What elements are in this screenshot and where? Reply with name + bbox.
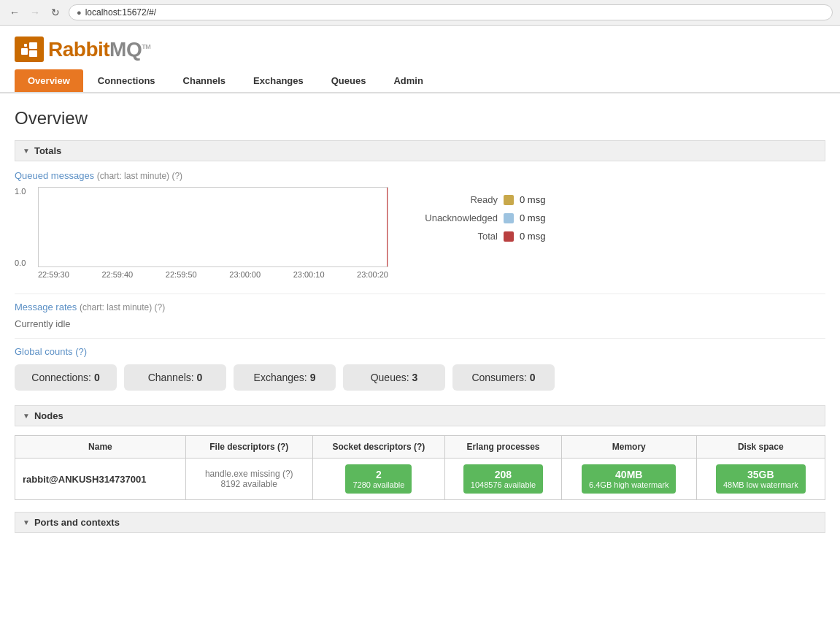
message-rates-suffix: (chart: last minute) (?) <box>80 302 165 312</box>
count-connections-label: Connections: <box>31 372 91 383</box>
legend-ready-color <box>504 195 514 205</box>
message-rates-label[interactable]: Message rates (chart: last minute) (?) <box>15 302 825 312</box>
legend-total-color <box>504 231 514 242</box>
nav-queues[interactable]: Queues <box>318 69 379 92</box>
memory-avail: 6.4GB high watermark <box>589 480 668 489</box>
logo-text: RabbitMQTM <box>48 38 150 61</box>
x-label-0: 22:59:30 <box>38 270 69 279</box>
nav-overview[interactable]: Overview <box>15 69 83 92</box>
ports-chevron-icon: ▼ <box>23 518 30 526</box>
count-channels-label: Channels: <box>148 372 194 383</box>
th-name: Name <box>15 436 186 459</box>
x-label-5: 23:00:20 <box>357 270 388 279</box>
message-rates-text: Message rates <box>15 302 77 312</box>
page-title: Overview <box>15 108 825 128</box>
disk-value: 35GB <box>747 469 774 480</box>
url-text: localhost:15672/#/ <box>85 7 156 18</box>
back-button[interactable]: ← <box>7 5 22 20</box>
queued-messages-suffix: (chart: last minute) (?) <box>97 171 182 181</box>
chart-svg <box>39 188 388 266</box>
rabbitmq-logo-svg <box>21 42 37 57</box>
legend-ready-value: 0 msg <box>520 194 545 205</box>
svg-rect-3 <box>24 44 27 47</box>
count-queues-label: Queues: <box>371 372 409 383</box>
chart-y-bottom: 0.0 <box>15 258 26 267</box>
legend-ready-label: Ready <box>417 194 498 205</box>
chart-wrapper: 1.0 0.0 22:59:30 22:59:40 22:59:50 23:00… <box>15 187 388 279</box>
nodes-table: Name File descriptors (?) Socket descrip… <box>15 435 825 500</box>
divider-2 <box>15 338 825 339</box>
content: Overview ▼ Totals Queued messages (chart… <box>0 93 840 556</box>
nav-admin[interactable]: Admin <box>380 69 436 92</box>
handle-missing-text: handle.exe missing (?) <box>205 469 293 479</box>
th-memory: Memory <box>561 436 696 459</box>
svg-rect-2 <box>29 50 37 57</box>
node-disk: 35GB 48MB low watermark <box>696 459 825 500</box>
address-bar[interactable]: ● localhost:15672/#/ <box>69 4 833 20</box>
legend-unack-color <box>504 213 514 223</box>
erlang-badge: 208 1048576 available <box>463 464 543 494</box>
legend-unacknowledged: Unacknowledged 0 msg <box>417 212 545 223</box>
memory-badge: 40MB 6.4GB high watermark <box>582 464 676 494</box>
disk-badge: 35GB 48MB low watermark <box>716 464 806 494</box>
nodes-table-head: Name File descriptors (?) Socket descrip… <box>15 436 825 459</box>
queued-messages-label[interactable]: Queued messages (chart: last minute) (?) <box>15 170 825 181</box>
legend-total-value: 0 msg <box>520 231 545 242</box>
count-exchanges: Exchanges: 9 <box>234 364 336 391</box>
legend-unack-label: Unacknowledged <box>417 212 498 223</box>
chart-x-labels: 22:59:30 22:59:40 22:59:50 23:00:00 23:0… <box>38 270 388 279</box>
count-consumers: Consumers: 0 <box>452 364 555 391</box>
global-counts-label[interactable]: Global counts (?) <box>15 346 825 357</box>
node-file-desc: handle.exe missing (?) 8192 available <box>185 459 312 500</box>
legend-total: Total 0 msg <box>417 231 545 242</box>
totals-chevron-icon: ▼ <box>23 147 30 155</box>
idle-text: Currently idle <box>15 318 825 329</box>
forward-button[interactable]: → <box>28 5 42 20</box>
count-consumers-value: 0 <box>530 372 536 383</box>
refresh-button[interactable]: ↻ <box>48 5 63 20</box>
totals-section-header[interactable]: ▼ Totals <box>15 140 825 161</box>
nav-connections[interactable]: Connections <box>85 69 169 92</box>
x-label-1: 22:59:40 <box>101 270 133 279</box>
chart-legend: Ready 0 msg Unacknowledged 0 msg Total 0… <box>417 187 545 242</box>
svg-rect-1 <box>29 42 37 49</box>
socket-desc-value: 2 <box>376 469 382 480</box>
x-label-2: 22:59:50 <box>166 270 197 279</box>
count-exchanges-label: Exchanges: <box>254 372 307 383</box>
nodes-section-header[interactable]: ▼ Nodes <box>15 405 825 426</box>
th-file-desc: File descriptors (?) <box>185 436 312 459</box>
logo-rabbit: Rabbit <box>48 38 109 61</box>
x-label-3: 23:00:00 <box>229 270 261 279</box>
legend-ready: Ready 0 msg <box>417 194 545 205</box>
totals-label: Totals <box>34 145 61 156</box>
count-channels-value: 0 <box>197 372 203 383</box>
legend-unack-value: 0 msg <box>520 212 545 223</box>
page: RabbitMQTM Overview Connections Channels… <box>0 26 840 556</box>
svg-rect-0 <box>21 48 28 55</box>
nodes-table-body: rabbit@ANKUSH314737001 handle.exe missin… <box>15 459 825 500</box>
counts-row: Connections: 0 Channels: 0 Exchanges: 9 … <box>15 364 825 391</box>
nodes-header-row: Name File descriptors (?) Socket descrip… <box>15 436 825 459</box>
nav-exchanges[interactable]: Exchanges <box>240 69 317 92</box>
socket-desc-avail: 7280 available <box>352 480 404 489</box>
nav-bar: Overview Connections Channels Exchanges … <box>0 69 840 93</box>
ports-section-header[interactable]: ▼ Ports and contexts <box>15 512 825 533</box>
erlang-avail: 1048576 available <box>471 480 536 489</box>
nodes-label: Nodes <box>34 410 63 421</box>
th-erlang: Erlang processes <box>445 436 562 459</box>
disk-avail: 48MB low watermark <box>723 480 798 489</box>
table-row: rabbit@ANKUSH314737001 handle.exe missin… <box>15 459 825 500</box>
ports-label: Ports and contexts <box>34 517 120 528</box>
count-connections: Connections: 0 <box>15 364 117 391</box>
global-counts-text: Global counts <box>15 346 73 357</box>
node-socket-desc: 2 7280 available <box>312 459 444 500</box>
node-erlang: 208 1048576 available <box>445 459 562 500</box>
logo-icon <box>15 37 44 62</box>
nodes-chevron-icon: ▼ <box>23 412 30 420</box>
th-disk: Disk space <box>696 436 825 459</box>
handle-avail-text: 8192 available <box>221 479 277 489</box>
global-counts-help: (?) <box>75 346 87 357</box>
x-label-4: 23:00:10 <box>293 270 325 279</box>
nav-channels[interactable]: Channels <box>170 69 239 92</box>
logo-area: RabbitMQTM <box>0 26 840 69</box>
